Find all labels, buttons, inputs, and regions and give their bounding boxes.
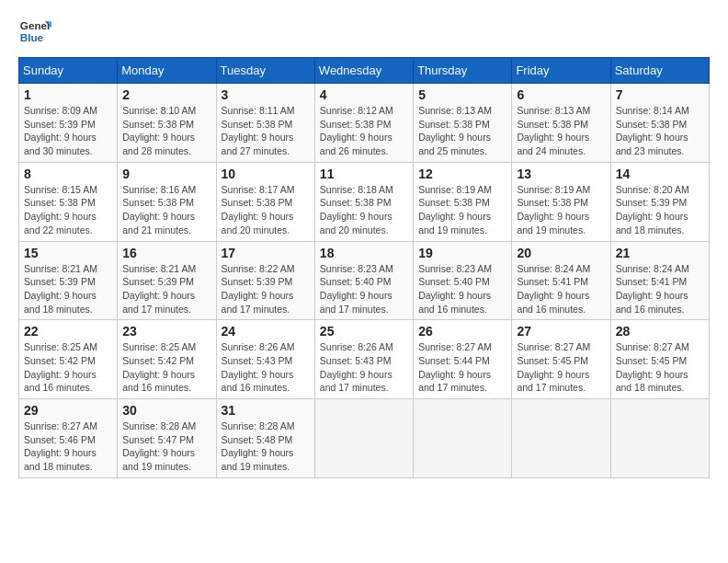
calendar-cell: 3 Sunrise: 8:11 AMSunset: 5:38 PMDayligh… [216,84,314,163]
logo-icon: General Blue [18,15,51,48]
calendar-cell [414,399,512,478]
day-detail: Sunrise: 8:13 AMSunset: 5:38 PMDaylight:… [517,104,605,158]
day-detail: Sunrise: 8:12 AMSunset: 5:38 PMDaylight:… [320,104,408,158]
calendar-cell: 17 Sunrise: 8:22 AMSunset: 5:39 PMDaylig… [216,241,314,320]
day-number: 3 [222,87,310,102]
weekday-header-sunday: Sunday [19,58,118,84]
calendar-cell: 14 Sunrise: 8:20 AMSunset: 5:39 PMDaylig… [610,162,709,241]
calendar-cell [610,399,709,478]
calendar-cell: 31 Sunrise: 8:28 AMSunset: 5:48 PMDaylig… [216,399,314,478]
day-number: 16 [122,246,210,260]
day-number: 26 [418,324,506,339]
day-detail: Sunrise: 8:27 AMSunset: 5:45 PMDaylight:… [517,340,605,395]
weekday-header-saturday: Saturday [610,58,709,84]
calendar-cell: 12 Sunrise: 8:19 AMSunset: 5:38 PMDaylig… [414,162,512,241]
calendar-cell: 10 Sunrise: 8:17 AMSunset: 5:38 PMDaylig… [216,162,314,241]
day-number: 17 [222,246,310,260]
calendar-cell: 4 Sunrise: 8:12 AMSunset: 5:38 PMDayligh… [314,84,413,163]
day-number: 31 [222,403,310,418]
day-number: 14 [616,167,704,181]
day-number: 2 [122,87,210,102]
weekday-header-monday: Monday [118,58,216,84]
calendar-cell: 21 Sunrise: 8:24 AMSunset: 5:41 PMDaylig… [610,241,709,320]
day-detail: Sunrise: 8:11 AMSunset: 5:38 PMDaylight:… [222,104,310,158]
svg-text:Blue: Blue [20,31,44,43]
day-number: 4 [320,87,408,102]
calendar-cell [512,399,610,478]
day-number: 28 [616,324,704,339]
day-number: 11 [320,167,408,181]
weekday-header-friday: Friday [512,58,610,84]
calendar-cell: 15 Sunrise: 8:21 AMSunset: 5:39 PMDaylig… [19,241,118,320]
day-detail: Sunrise: 8:24 AMSunset: 5:41 PMDaylight:… [517,262,605,316]
day-detail: Sunrise: 8:21 AMSunset: 5:39 PMDaylight:… [24,262,112,316]
day-number: 20 [517,246,605,260]
day-detail: Sunrise: 8:25 AMSunset: 5:42 PMDaylight:… [122,340,210,395]
day-number: 27 [517,324,605,339]
day-detail: Sunrise: 8:27 AMSunset: 5:45 PMDaylight:… [616,340,704,395]
weekday-header-tuesday: Tuesday [216,58,314,84]
calendar-cell: 5 Sunrise: 8:13 AMSunset: 5:38 PMDayligh… [414,84,512,163]
calendar-cell: 13 Sunrise: 8:19 AMSunset: 5:38 PMDaylig… [512,162,610,241]
day-number: 30 [122,403,210,418]
day-detail: Sunrise: 8:19 AMSunset: 5:38 PMDaylight:… [418,183,506,237]
day-number: 22 [24,324,112,339]
weekday-header-thursday: Thursday [414,58,512,84]
calendar-cell: 24 Sunrise: 8:26 AMSunset: 5:43 PMDaylig… [216,320,314,399]
day-number: 1 [24,87,112,102]
day-detail: Sunrise: 8:25 AMSunset: 5:42 PMDaylight:… [24,340,112,395]
calendar-cell [314,399,413,478]
logo: General Blue [18,15,51,48]
day-detail: Sunrise: 8:09 AMSunset: 5:39 PMDaylight:… [24,104,112,158]
day-detail: Sunrise: 8:24 AMSunset: 5:41 PMDaylight:… [616,262,704,316]
calendar-cell: 6 Sunrise: 8:13 AMSunset: 5:38 PMDayligh… [512,84,610,163]
page-header: General Blue [18,15,710,48]
day-detail: Sunrise: 8:26 AMSunset: 5:43 PMDaylight:… [320,340,408,395]
calendar-cell: 30 Sunrise: 8:28 AMSunset: 5:47 PMDaylig… [118,399,216,478]
day-detail: Sunrise: 8:14 AMSunset: 5:38 PMDaylight:… [616,104,704,158]
calendar-cell: 26 Sunrise: 8:27 AMSunset: 5:44 PMDaylig… [414,320,512,399]
day-number: 23 [122,324,210,339]
day-detail: Sunrise: 8:28 AMSunset: 5:47 PMDaylight:… [122,419,210,474]
day-detail: Sunrise: 8:16 AMSunset: 5:38 PMDaylight:… [122,183,210,237]
day-detail: Sunrise: 8:21 AMSunset: 5:39 PMDaylight:… [122,262,210,316]
calendar-cell: 22 Sunrise: 8:25 AMSunset: 5:42 PMDaylig… [19,320,118,399]
day-detail: Sunrise: 8:22 AMSunset: 5:39 PMDaylight:… [222,262,310,316]
calendar-table: SundayMondayTuesdayWednesdayThursdayFrid… [18,57,710,478]
day-detail: Sunrise: 8:13 AMSunset: 5:38 PMDaylight:… [418,104,506,158]
day-number: 24 [222,324,310,339]
day-number: 10 [222,167,310,181]
calendar-cell: 1 Sunrise: 8:09 AMSunset: 5:39 PMDayligh… [19,84,118,163]
day-detail: Sunrise: 8:27 AMSunset: 5:46 PMDaylight:… [24,419,112,474]
day-number: 19 [418,246,506,260]
calendar-cell: 28 Sunrise: 8:27 AMSunset: 5:45 PMDaylig… [610,320,709,399]
calendar-cell: 8 Sunrise: 8:15 AMSunset: 5:38 PMDayligh… [19,162,118,241]
day-number: 29 [24,403,112,418]
day-detail: Sunrise: 8:23 AMSunset: 5:40 PMDaylight:… [320,262,408,316]
calendar-cell: 2 Sunrise: 8:10 AMSunset: 5:38 PMDayligh… [118,84,216,163]
day-detail: Sunrise: 8:20 AMSunset: 5:39 PMDaylight:… [616,183,704,237]
calendar-cell: 7 Sunrise: 8:14 AMSunset: 5:38 PMDayligh… [610,84,709,163]
calendar-cell: 18 Sunrise: 8:23 AMSunset: 5:40 PMDaylig… [314,241,413,320]
day-detail: Sunrise: 8:15 AMSunset: 5:38 PMDaylight:… [24,183,112,237]
day-detail: Sunrise: 8:10 AMSunset: 5:38 PMDaylight:… [122,104,210,158]
calendar-cell: 20 Sunrise: 8:24 AMSunset: 5:41 PMDaylig… [512,241,610,320]
day-number: 25 [320,324,408,339]
day-detail: Sunrise: 8:18 AMSunset: 5:38 PMDaylight:… [320,183,408,237]
day-number: 18 [320,246,408,260]
day-number: 5 [418,87,506,102]
calendar-cell: 9 Sunrise: 8:16 AMSunset: 5:38 PMDayligh… [118,162,216,241]
calendar-cell: 16 Sunrise: 8:21 AMSunset: 5:39 PMDaylig… [118,241,216,320]
day-number: 7 [616,87,704,102]
day-number: 15 [24,246,112,260]
calendar-cell: 25 Sunrise: 8:26 AMSunset: 5:43 PMDaylig… [314,320,413,399]
day-detail: Sunrise: 8:28 AMSunset: 5:48 PMDaylight:… [222,419,310,474]
calendar-cell: 29 Sunrise: 8:27 AMSunset: 5:46 PMDaylig… [19,399,118,478]
day-detail: Sunrise: 8:23 AMSunset: 5:40 PMDaylight:… [418,262,506,316]
calendar-cell: 11 Sunrise: 8:18 AMSunset: 5:38 PMDaylig… [314,162,413,241]
svg-text:General: General [20,19,51,31]
day-number: 8 [24,167,112,181]
day-number: 13 [517,167,605,181]
day-number: 6 [517,87,605,102]
weekday-header-wednesday: Wednesday [314,58,413,84]
